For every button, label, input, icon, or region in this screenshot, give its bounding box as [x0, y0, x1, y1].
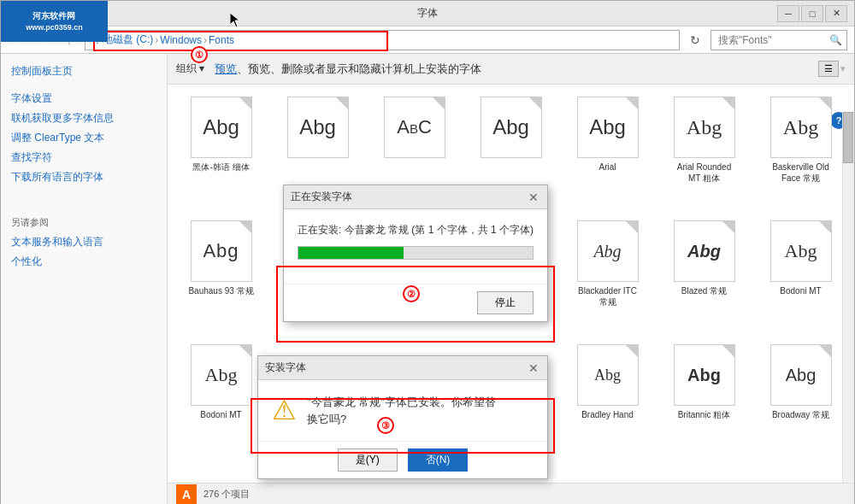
description-link[interactable]: 预览: [215, 62, 237, 75]
progress-bar-container: [298, 246, 534, 260]
refresh-button[interactable]: ↻: [685, 30, 705, 50]
scroll-thumb[interactable]: [843, 112, 853, 163]
font-item-britannic[interactable]: Abg Britannic 粗体: [659, 341, 749, 447]
status-count: 276 个项目: [203, 488, 250, 501]
font-name-bradley: Bradley Hand: [581, 409, 634, 420]
replace-dialog-container: 安装字体 ✕ ⚠ "今昔豪龙 常规"字体已安装。你希望替 换它吗? 是(Y) 否…: [257, 355, 548, 479]
font-item-blazed[interactable]: Abg Blazed 常规: [659, 217, 749, 334]
font-name-heiti: 黑体-韩语 细体: [192, 161, 249, 173]
path-windows[interactable]: Windows: [160, 34, 202, 46]
search-input[interactable]: [718, 34, 829, 46]
font-item-arial-rounded[interactable]: Abg Arial Rounded MT 粗体: [659, 93, 749, 210]
annotation-circle-3: ③: [377, 417, 394, 434]
organize-button[interactable]: 组织 ▾: [176, 62, 204, 76]
address-path[interactable]: 本地磁盘 (C:) › Windows › Fonts: [85, 30, 680, 50]
font-icon-heiti: Abg: [191, 97, 252, 158]
font-name-baskerville: Baskerville Old Face 常规: [767, 161, 835, 184]
font-icon-bodoni: Abg: [770, 220, 832, 282]
sidebar: 控制面板主页 字体设置 联机获取更多字体信息 调整 ClearType 文本 查…: [1, 54, 168, 504]
title-bar: 字体 ─ □ ✕: [1, 1, 854, 26]
installing-dialog-container: 正在安装字体 ✕ 正在安装: 今昔豪龙 常规 (第 1 个字体，共 1 个字体)…: [283, 185, 548, 322]
font-icon-arial-rounded: Abg: [674, 97, 735, 158]
sidebar-download-fonts[interactable]: 下载所有语言的字体: [1, 167, 167, 187]
replace-dialog-title-bar: 安装字体 ✕: [258, 356, 547, 380]
sidebar-also-label: 另请参阅: [1, 213, 167, 232]
font-icon-baskerville: Abg: [770, 97, 832, 158]
watermark-text: 河东软件网 www.pc0359.cn: [26, 10, 83, 33]
path-fonts[interactable]: Fonts: [209, 34, 234, 46]
yes-button[interactable]: 是(Y): [338, 448, 398, 472]
maximize-button[interactable]: □: [801, 5, 823, 22]
font-icon-arial: Abg: [577, 97, 639, 158]
font-icon-3: AbC: [384, 97, 445, 158]
main-window: 字体 ─ □ ✕ ← → ↑ 本地磁盘 (C:) › Windows › Fon…: [0, 0, 855, 504]
replace-dialog: 安装字体 ✕ ⚠ "今昔豪龙 常规"字体已安装。你希望替 换它吗? 是(Y) 否…: [257, 355, 548, 479]
search-icon: 🔍: [829, 34, 842, 46]
view-list-button[interactable]: ☰: [818, 61, 839, 77]
minimize-button[interactable]: ─: [777, 5, 799, 22]
view-controls: ☰ ▾: [818, 61, 846, 77]
font-icon-britannic: Abg: [674, 344, 735, 406]
font-icon-2: Abg: [287, 97, 349, 158]
sidebar-find-char[interactable]: 查找字符: [1, 148, 167, 167]
progress-bar-fill: [298, 247, 404, 259]
installing-dialog-body: 正在安装: 今昔豪龙 常规 (第 1 个字体，共 1 个字体): [284, 209, 547, 284]
font-icon-blackadder: Abg: [577, 220, 639, 282]
font-name-broadway: Broadway 常规: [772, 409, 829, 420]
font-name-bauhaus: Bauhaus 93 常规: [188, 285, 253, 296]
replace-text: "今昔豪龙 常规"字体已安装。你希望替 换它吗?: [307, 394, 496, 427]
annotation-circle-1: ①: [191, 46, 208, 63]
font-item-broadway[interactable]: Abg Broadway 常规: [756, 341, 846, 447]
sidebar-home-link[interactable]: 控制面板主页: [1, 61, 167, 82]
font-name-bodoni-mt: Bodoni MT: [200, 409, 241, 420]
close-button[interactable]: ✕: [825, 5, 847, 22]
replace-dialog-footer: 是(Y) 否(N): [258, 441, 547, 478]
font-icon-bauhaus: Abg: [191, 220, 252, 282]
replace-dialog-body: ⚠ "今昔豪龙 常规"字体已安装。你希望替 换它吗?: [258, 380, 547, 441]
font-name-bodoni: Bodoni MT: [780, 285, 821, 296]
window-controls: ─ □ ✕: [777, 5, 847, 22]
sidebar-personalize[interactable]: 个性化: [1, 252, 167, 272]
status-icon: A: [176, 484, 197, 505]
no-button[interactable]: 否(N): [408, 448, 469, 472]
font-item-heiti[interactable]: Abg 黑体-韩语 细体: [176, 93, 266, 210]
sidebar-online-fonts[interactable]: 联机获取更多字体信息: [1, 108, 167, 128]
font-item-bradley[interactable]: Abg Bradley Hand: [563, 341, 652, 447]
font-name-britannic: Britannic 粗体: [678, 409, 731, 420]
font-item-blackadder[interactable]: Abg Blackadder ITC 常规: [563, 217, 652, 334]
sidebar-font-settings[interactable]: 字体设置: [1, 89, 167, 108]
installing-dialog-close[interactable]: ✕: [527, 190, 540, 204]
font-icon-bradley: Abg: [577, 344, 639, 406]
font-item-bodoni-mt[interactable]: Abg Bodoni MT: [176, 341, 266, 447]
font-item-baskerville[interactable]: Abg Baskerville Old Face 常规: [756, 93, 846, 210]
sidebar-cleartype[interactable]: 调整 ClearType 文本: [1, 128, 167, 148]
installing-dialog-title-bar: 正在安装字体 ✕: [284, 185, 547, 209]
font-item-bauhaus[interactable]: Abg Bauhaus 93 常规: [176, 217, 266, 334]
sidebar-text-services[interactable]: 文本服务和输入语言: [1, 232, 167, 252]
font-name-arial: Arial: [598, 161, 616, 173]
font-icon-broadway: Abg: [770, 344, 832, 406]
search-box[interactable]: 🔍: [711, 30, 847, 50]
annotation-circle-2: ②: [403, 285, 420, 302]
scrollbar[interactable]: [842, 112, 854, 483]
installing-dialog-title: 正在安装字体: [291, 190, 352, 204]
replace-dialog-close[interactable]: ✕: [527, 361, 540, 375]
status-bar: A 276 个项目: [168, 483, 854, 504]
font-icon-bodoni-mt: Abg: [191, 344, 252, 406]
replace-dialog-title: 安装字体: [265, 360, 306, 375]
toolbar: 组织 ▾ 预览、预览、删除或者显示和隐藏计算机上安装的字体 ☰ ▾ ?: [168, 54, 854, 85]
stop-button[interactable]: 停止: [477, 291, 534, 314]
warning-icon: ⚠: [272, 394, 297, 426]
font-name-blackadder: Blackadder ITC 常规: [574, 285, 642, 308]
toolbar-description: 预览、预览、删除或者显示和隐藏计算机上安装的字体: [211, 62, 811, 77]
address-bar: ← → ↑ 本地磁盘 (C:) › Windows › Fonts ↻ 🔍: [1, 26, 854, 54]
font-name-blazed: Blazed 常规: [681, 285, 727, 296]
installing-text: 正在安装: 今昔豪龙 常规 (第 1 个字体，共 1 个字体): [298, 223, 534, 237]
font-icon-4: Abg: [481, 97, 542, 158]
font-icon-blazed: Abg: [674, 220, 735, 282]
watermark: 河东软件网 www.pc0359.cn: [1, 1, 108, 42]
window-title: 字体: [8, 6, 847, 21]
installing-dialog: 正在安装字体 ✕ 正在安装: 今昔豪龙 常规 (第 1 个字体，共 1 个字体)…: [283, 185, 548, 322]
font-item-bodoni[interactable]: Abg Bodoni MT: [756, 217, 846, 334]
font-item-arial[interactable]: Abg Arial: [563, 93, 652, 210]
